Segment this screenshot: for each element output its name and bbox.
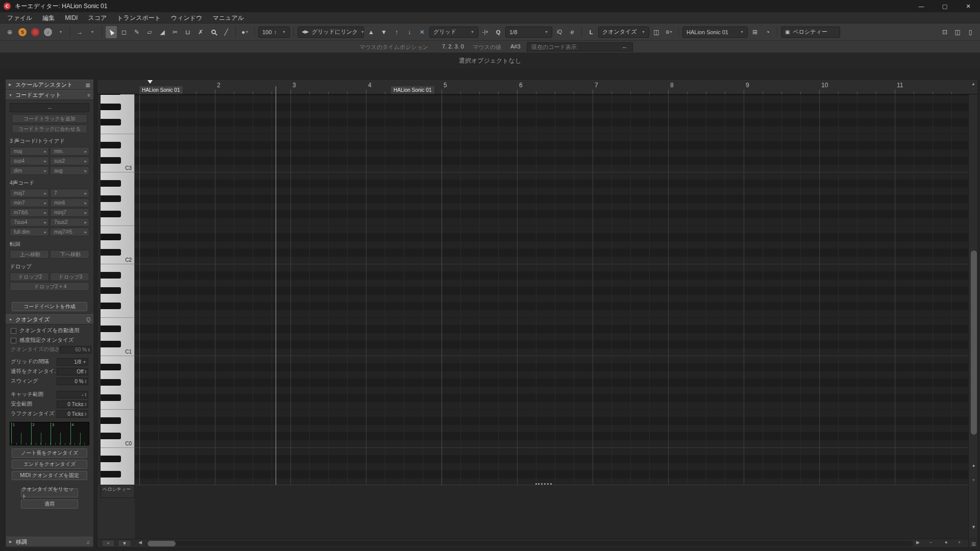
horizontal-zoom-out-button[interactable]: −: [929, 540, 932, 545]
chord-aug-button[interactable]: aug▶: [50, 166, 89, 175]
piano-key-black[interactable]: [101, 287, 121, 294]
piano-key-black[interactable]: [101, 234, 121, 240]
menu-score[interactable]: スコア: [83, 12, 112, 23]
piano-key-black[interactable]: [101, 195, 121, 202]
move-down-inversion-button[interactable]: 下へ移動: [50, 250, 89, 259]
autoscroll-button[interactable]: →: [74, 26, 85, 38]
grid-relative-button[interactable]: -|+: [480, 26, 491, 38]
stepper-icon[interactable]: ▴▾: [85, 379, 86, 383]
piano-key-black[interactable]: [101, 303, 121, 309]
chord-min-button[interactable]: min.▶: [50, 147, 89, 156]
vertical-zoom-handle[interactable]: ●: [969, 463, 978, 468]
note-grid[interactable]: [135, 94, 968, 485]
chord-sus2-button[interactable]: sus2▶: [50, 157, 89, 165]
menu-window[interactable]: ウィンドウ: [166, 12, 207, 23]
range-selection-tool-button[interactable]: ◻: [118, 26, 130, 38]
scroll-up-icon[interactable]: ▲: [968, 82, 978, 86]
iterative-quantize-button[interactable]: iQ: [554, 26, 565, 38]
chord-m7b5-button[interactable]: m7/b5▶: [10, 208, 49, 217]
chord-sus4-button[interactable]: sus4▶: [10, 157, 49, 165]
acoustic-feedback-button[interactable]: ♪: [42, 26, 54, 38]
safe-range-value[interactable]: 0 Ticks▴▾: [57, 400, 88, 408]
quantize-lengths-button[interactable]: ノート長をクオンタイズ: [12, 448, 87, 458]
section-chord-edit[interactable]: ▼ コードエディット ≡: [6, 90, 93, 100]
menu-file[interactable]: ファイル: [2, 12, 37, 23]
grid-type-dropdown[interactable]: グリッド ▼: [429, 27, 478, 38]
piano-keyboard[interactable]: C3C2C1C0: [101, 94, 135, 485]
record-in-editor-button[interactable]: [30, 26, 41, 38]
lane-resize-handle[interactable]: [535, 483, 552, 486]
auto-apply-quantize-checkbox[interactable]: クオンタイズを自動適用: [11, 327, 88, 334]
stepper-icon[interactable]: ▴▾: [85, 402, 86, 406]
lower-zone-button[interactable]: ▯: [965, 26, 976, 38]
piano-key-black[interactable]: [101, 341, 121, 347]
chord-maj7s5-button[interactable]: maj7/#5▶: [50, 228, 89, 236]
grid-spacing-value[interactable]: 1/8▼: [57, 358, 88, 366]
stepper-icon[interactable]: ▴▾: [85, 392, 86, 396]
piano-key-black[interactable]: [101, 325, 121, 332]
apply-quantize-button[interactable]: 適用: [21, 499, 78, 509]
random-quantize-value[interactable]: 0 Ticks▴▾: [57, 410, 88, 418]
mute-tool-button[interactable]: ✗: [195, 26, 206, 38]
object-selection-tool-button[interactable]: [106, 26, 117, 38]
chord-minmaj7-button[interactable]: minj7▶: [50, 208, 89, 217]
minimize-button[interactable]: —: [910, 0, 933, 12]
horizontal-scrollbar-thumb[interactable]: [148, 541, 176, 546]
add-chord-track-button[interactable]: コードトラックを追加: [12, 114, 87, 123]
strength-value[interactable]: 60 %▴▾: [60, 346, 91, 354]
solo-editor-button[interactable]: S: [17, 26, 28, 38]
window-layout-button[interactable]: ⊡: [939, 26, 950, 38]
quantize-icon-button[interactable]: Q: [493, 26, 504, 38]
scroll-down-icon[interactable]: ▼: [969, 524, 978, 530]
stepper-icon[interactable]: ▴▾: [275, 30, 276, 34]
chord-min6-button[interactable]: min6▶: [50, 198, 89, 207]
piano-key-black[interactable]: [101, 142, 121, 148]
create-chord-event-button[interactable]: コードイベントを作成: [12, 302, 87, 311]
insert-velocity-field[interactable]: 100 ▴▾ ▼: [258, 27, 290, 38]
maximize-button[interactable]: ▢: [933, 0, 957, 12]
event-colors-dropdown[interactable]: ▣ ベロシティー: [781, 27, 840, 38]
iterative-quantize-checkbox[interactable]: 感度指定クオンタイズ: [11, 337, 88, 344]
zoom-tool-button[interactable]: [208, 26, 219, 38]
autoscroll-options-button[interactable]: ▼: [87, 26, 98, 38]
playhead[interactable]: [276, 86, 276, 485]
split-tool-button[interactable]: ✂: [169, 26, 181, 38]
piano-key-black[interactable]: [101, 94, 121, 95]
chord-7sus2-button[interactable]: 7sus2▶: [50, 218, 89, 227]
piano-key-black[interactable]: [101, 157, 121, 164]
vertical-scrollbar[interactable]: ● + ▼: [968, 94, 978, 539]
piano-key-black[interactable]: [101, 364, 121, 370]
vertical-scrollbar-thumb[interactable]: [971, 251, 977, 435]
vertical-zoom-in-button[interactable]: +: [969, 478, 978, 483]
quantize-ends-button[interactable]: エンドをクオンタイズ: [12, 460, 87, 469]
drop3-button[interactable]: ドロップ3: [50, 272, 89, 281]
menu-edit[interactable]: 編集: [37, 12, 60, 23]
part-start-marker-icon[interactable]: [148, 80, 153, 84]
line-tool-button[interactable]: ╱: [220, 26, 232, 38]
swing-value[interactable]: 0 %▴▾: [57, 378, 88, 385]
piano-key-black[interactable]: [101, 456, 121, 462]
glue-tool-button[interactable]: ⊔: [182, 26, 193, 38]
close-button[interactable]: ✕: [957, 0, 980, 12]
piano-key-black[interactable]: [101, 180, 121, 187]
velocity-lane[interactable]: [135, 485, 968, 539]
piano-key-black[interactable]: [101, 417, 121, 424]
section-quantize[interactable]: ▼ クオンタイズ Q: [6, 314, 93, 324]
reset-quantize-button[interactable]: クオンタイズをリセット: [21, 488, 78, 497]
chord-7sus4-button[interactable]: 7sus4▶: [10, 218, 49, 227]
part-label[interactable]: HALion Sonic 01: [139, 86, 183, 94]
menu-manual[interactable]: マニュアル: [207, 12, 249, 23]
drop2-button[interactable]: ドロップ2: [10, 272, 49, 281]
stepper-icon[interactable]: ▴▾: [85, 412, 86, 416]
link-to-grid-dropdown[interactable]: ◀▶ グリッドにリンク ▼: [298, 27, 364, 38]
menu-midi[interactable]: MIDI: [60, 12, 83, 23]
trim-tool-button[interactable]: ◢: [157, 26, 168, 38]
zoom-presets-button[interactable]: ⊞: [968, 539, 978, 548]
scroll-left-icon[interactable]: ◀: [138, 540, 142, 545]
chord-min7-button[interactable]: min7▶: [10, 198, 49, 207]
velocity-lane-label[interactable]: ベロシティー: [101, 485, 135, 498]
snap-button[interactable]: ✕: [416, 26, 428, 38]
eraser-tool-button[interactable]: ▱: [144, 26, 155, 38]
scroll-right-icon[interactable]: ▶: [916, 540, 920, 545]
catch-range-value[interactable]: -▴▾: [57, 391, 88, 398]
